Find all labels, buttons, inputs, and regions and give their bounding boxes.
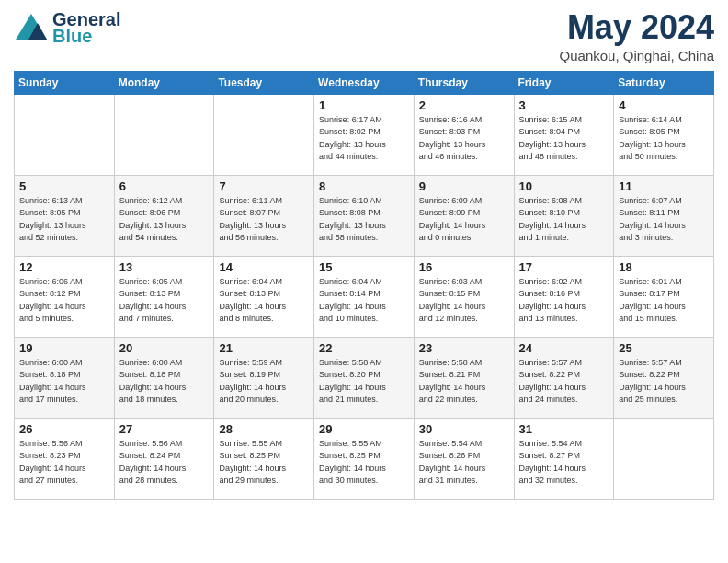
day-info: Sunrise: 5:55 AMSunset: 8:25 PMDaylight:… xyxy=(219,438,309,488)
day-info: Sunrise: 6:12 AMSunset: 8:06 PMDaylight:… xyxy=(119,195,210,245)
day-info: Sunrise: 5:57 AMSunset: 8:22 PMDaylight:… xyxy=(519,357,609,407)
day-number: 4 xyxy=(619,98,709,112)
day-number: 25 xyxy=(619,341,709,355)
calendar-row-5: 26Sunrise: 5:56 AMSunset: 8:23 PMDayligh… xyxy=(15,418,714,499)
calendar-row-3: 12Sunrise: 6:06 AMSunset: 8:12 PMDayligh… xyxy=(15,256,714,337)
day-info: Sunrise: 6:16 AMSunset: 8:03 PMDaylight:… xyxy=(419,114,509,164)
table-cell: 27Sunrise: 5:56 AMSunset: 8:24 PMDayligh… xyxy=(114,418,214,499)
calendar-row-1: 1Sunrise: 6:17 AMSunset: 8:02 PMDaylight… xyxy=(15,94,714,175)
day-number: 8 xyxy=(319,179,409,193)
day-info: Sunrise: 5:58 AMSunset: 8:20 PMDaylight:… xyxy=(319,357,409,407)
day-info: Sunrise: 6:15 AMSunset: 8:04 PMDaylight:… xyxy=(519,114,609,164)
table-cell: 13Sunrise: 6:05 AMSunset: 8:13 PMDayligh… xyxy=(114,256,214,337)
table-cell: 7Sunrise: 6:11 AMSunset: 8:07 PMDaylight… xyxy=(214,175,314,256)
table-cell: 15Sunrise: 6:04 AMSunset: 8:14 PMDayligh… xyxy=(314,256,415,337)
day-info: Sunrise: 6:01 AMSunset: 8:17 PMDaylight:… xyxy=(619,276,709,326)
day-number: 31 xyxy=(519,422,609,436)
day-number: 11 xyxy=(619,179,709,193)
weekday-header-row: Sunday Monday Tuesday Wednesday Thursday… xyxy=(15,71,714,94)
day-number: 9 xyxy=(419,179,509,193)
title-block: May 2024 Quankou, Qinghai, China xyxy=(560,9,714,63)
logo-icon xyxy=(14,10,49,45)
location: Quankou, Qinghai, China xyxy=(560,48,714,63)
day-info: Sunrise: 6:06 AMSunset: 8:12 PMDaylight:… xyxy=(19,276,109,326)
day-info: Sunrise: 5:56 AMSunset: 8:24 PMDaylight:… xyxy=(119,438,210,488)
table-cell: 31Sunrise: 5:54 AMSunset: 8:27 PMDayligh… xyxy=(514,418,614,499)
day-info: Sunrise: 5:58 AMSunset: 8:21 PMDaylight:… xyxy=(419,357,509,407)
calendar-row-2: 5Sunrise: 6:13 AMSunset: 8:05 PMDaylight… xyxy=(15,175,714,256)
day-info: Sunrise: 6:11 AMSunset: 8:07 PMDaylight:… xyxy=(219,195,309,245)
table-cell: 24Sunrise: 5:57 AMSunset: 8:22 PMDayligh… xyxy=(514,337,614,418)
day-info: Sunrise: 6:13 AMSunset: 8:05 PMDaylight:… xyxy=(19,195,109,245)
day-number: 19 xyxy=(19,341,109,355)
table-cell: 23Sunrise: 5:58 AMSunset: 8:21 PMDayligh… xyxy=(414,337,514,418)
day-number: 16 xyxy=(419,260,509,274)
logo: General Blue xyxy=(14,9,120,46)
table-cell: 25Sunrise: 5:57 AMSunset: 8:22 PMDayligh… xyxy=(614,337,714,418)
table-cell xyxy=(15,94,115,175)
day-number: 2 xyxy=(419,98,509,112)
table-cell: 9Sunrise: 6:09 AMSunset: 8:09 PMDaylight… xyxy=(414,175,514,256)
day-number: 18 xyxy=(619,260,709,274)
day-info: Sunrise: 5:54 AMSunset: 8:27 PMDaylight:… xyxy=(519,438,609,488)
day-info: Sunrise: 6:10 AMSunset: 8:08 PMDaylight:… xyxy=(319,195,409,245)
header-sunday: Sunday xyxy=(15,71,115,94)
day-number: 21 xyxy=(219,341,309,355)
day-info: Sunrise: 6:02 AMSunset: 8:16 PMDaylight:… xyxy=(519,276,609,326)
day-info: Sunrise: 5:57 AMSunset: 8:22 PMDaylight:… xyxy=(619,357,709,407)
day-number: 13 xyxy=(119,260,210,274)
day-number: 22 xyxy=(319,341,409,355)
table-cell: 18Sunrise: 6:01 AMSunset: 8:17 PMDayligh… xyxy=(614,256,714,337)
table-cell: 2Sunrise: 6:16 AMSunset: 8:03 PMDaylight… xyxy=(414,94,514,175)
day-number: 1 xyxy=(319,98,409,112)
day-number: 24 xyxy=(519,341,609,355)
table-cell: 17Sunrise: 6:02 AMSunset: 8:16 PMDayligh… xyxy=(514,256,614,337)
day-number: 15 xyxy=(319,260,409,274)
day-info: Sunrise: 6:07 AMSunset: 8:11 PMDaylight:… xyxy=(619,195,709,245)
day-number: 27 xyxy=(119,422,210,436)
table-cell xyxy=(114,94,214,175)
table-cell xyxy=(214,94,314,175)
header-friday: Friday xyxy=(514,71,614,94)
day-info: Sunrise: 5:59 AMSunset: 8:19 PMDaylight:… xyxy=(219,357,309,407)
table-cell: 5Sunrise: 6:13 AMSunset: 8:05 PMDaylight… xyxy=(15,175,115,256)
table-cell: 14Sunrise: 6:04 AMSunset: 8:13 PMDayligh… xyxy=(214,256,314,337)
day-info: Sunrise: 6:00 AMSunset: 8:18 PMDaylight:… xyxy=(119,357,210,407)
day-info: Sunrise: 6:00 AMSunset: 8:18 PMDaylight:… xyxy=(19,357,109,407)
table-cell: 12Sunrise: 6:06 AMSunset: 8:12 PMDayligh… xyxy=(15,256,115,337)
table-cell: 20Sunrise: 6:00 AMSunset: 8:18 PMDayligh… xyxy=(114,337,214,418)
header-wednesday: Wednesday xyxy=(314,71,415,94)
table-cell xyxy=(614,418,714,499)
table-cell: 10Sunrise: 6:08 AMSunset: 8:10 PMDayligh… xyxy=(514,175,614,256)
table-cell: 26Sunrise: 5:56 AMSunset: 8:23 PMDayligh… xyxy=(15,418,115,499)
header-tuesday: Tuesday xyxy=(214,71,314,94)
day-number: 26 xyxy=(19,422,109,436)
day-info: Sunrise: 5:54 AMSunset: 8:26 PMDaylight:… xyxy=(419,438,509,488)
table-cell: 11Sunrise: 6:07 AMSunset: 8:11 PMDayligh… xyxy=(614,175,714,256)
day-number: 12 xyxy=(19,260,109,274)
table-cell: 22Sunrise: 5:58 AMSunset: 8:20 PMDayligh… xyxy=(314,337,415,418)
day-number: 3 xyxy=(519,98,609,112)
calendar-table: Sunday Monday Tuesday Wednesday Thursday… xyxy=(14,71,714,500)
day-info: Sunrise: 6:09 AMSunset: 8:09 PMDaylight:… xyxy=(419,195,509,245)
header-saturday: Saturday xyxy=(614,71,714,94)
table-cell: 29Sunrise: 5:55 AMSunset: 8:25 PMDayligh… xyxy=(314,418,415,499)
day-number: 30 xyxy=(419,422,509,436)
day-info: Sunrise: 6:04 AMSunset: 8:13 PMDaylight:… xyxy=(219,276,309,326)
day-number: 6 xyxy=(119,179,210,193)
header-thursday: Thursday xyxy=(414,71,514,94)
day-info: Sunrise: 6:14 AMSunset: 8:05 PMDaylight:… xyxy=(619,114,709,164)
table-cell: 4Sunrise: 6:14 AMSunset: 8:05 PMDaylight… xyxy=(614,94,714,175)
day-info: Sunrise: 6:17 AMSunset: 8:02 PMDaylight:… xyxy=(319,114,409,164)
day-number: 28 xyxy=(219,422,309,436)
day-info: Sunrise: 6:05 AMSunset: 8:13 PMDaylight:… xyxy=(119,276,210,326)
day-number: 20 xyxy=(119,341,210,355)
day-info: Sunrise: 6:03 AMSunset: 8:15 PMDaylight:… xyxy=(419,276,509,326)
day-info: Sunrise: 5:55 AMSunset: 8:25 PMDaylight:… xyxy=(319,438,409,488)
table-cell: 19Sunrise: 6:00 AMSunset: 8:18 PMDayligh… xyxy=(15,337,115,418)
table-cell: 28Sunrise: 5:55 AMSunset: 8:25 PMDayligh… xyxy=(214,418,314,499)
day-number: 17 xyxy=(519,260,609,274)
day-info: Sunrise: 6:08 AMSunset: 8:10 PMDaylight:… xyxy=(519,195,609,245)
table-cell: 1Sunrise: 6:17 AMSunset: 8:02 PMDaylight… xyxy=(314,94,415,175)
day-number: 10 xyxy=(519,179,609,193)
